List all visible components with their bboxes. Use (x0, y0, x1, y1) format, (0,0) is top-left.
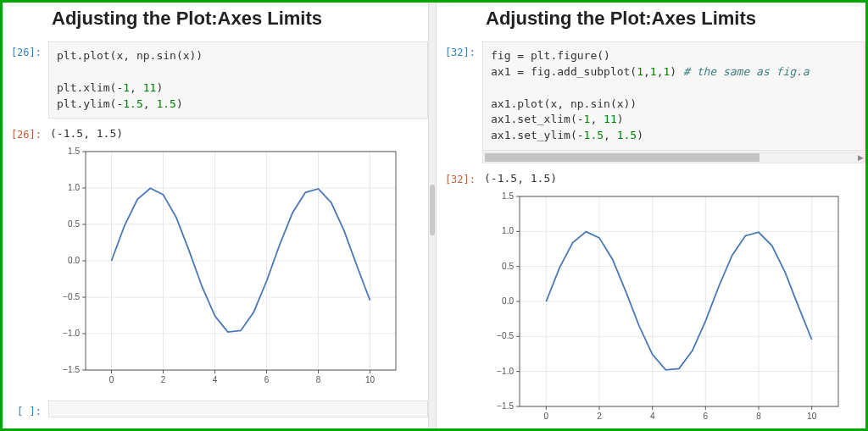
svg-text:−0.5: −0.5 (497, 331, 514, 340)
scroll-thumb[interactable] (485, 153, 760, 162)
svg-text:0.5: 0.5 (502, 262, 514, 271)
left-notebook-pane: Adjusting the Plot:Axes Limits [26]: plt… (3, 3, 428, 428)
right-code-body[interactable]: fig = plt.figure() ax1 = fig.add_subplot… (482, 41, 865, 151)
right-notebook-pane: Adjusting the Plot:Axes Limits [32]: fig… (437, 3, 865, 428)
right-output-cell: [32]: (-1.5, 1.5) 0246810−1.5−1.0−0.50.0… (437, 169, 865, 428)
split-divider[interactable] (428, 3, 437, 428)
left-code-body[interactable]: plt.plot(x, np.sin(x)) plt.xlim(-1, 11) … (48, 41, 428, 119)
svg-text:4: 4 (213, 375, 218, 384)
svg-text:−0.5: −0.5 (63, 292, 80, 301)
svg-text:0: 0 (544, 412, 549, 421)
scroll-right-icon[interactable]: ▶ (855, 152, 865, 163)
svg-text:2: 2 (597, 412, 602, 421)
right-code-prompt: [32]: (437, 41, 482, 58)
left-code-prompt: [26]: (3, 41, 48, 58)
svg-text:−1.5: −1.5 (497, 401, 514, 411)
svg-text:−1.0: −1.0 (63, 329, 80, 338)
svg-text:0.0: 0.0 (68, 256, 80, 265)
svg-text:1.0: 1.0 (68, 183, 80, 192)
svg-text:1.5: 1.5 (68, 146, 80, 156)
left-empty-cell[interactable]: [ ]: (3, 401, 428, 417)
svg-text:10: 10 (365, 375, 376, 384)
svg-text:−1.0: −1.0 (497, 367, 514, 376)
right-code-cell[interactable]: [32]: fig = plt.figure() ax1 = fig.add_s… (437, 41, 865, 163)
svg-text:1.0: 1.0 (502, 226, 514, 235)
svg-text:10: 10 (807, 412, 817, 421)
right-out-text: (-1.5, 1.5) (482, 169, 865, 188)
svg-text:6: 6 (264, 375, 270, 384)
svg-text:−1.5: −1.5 (63, 365, 80, 374)
left-out-prompt: [26]: (3, 124, 48, 141)
svg-text:1.5: 1.5 (502, 191, 514, 201)
left-out-text: (-1.5, 1.5) (48, 124, 428, 143)
left-empty-body[interactable] (48, 401, 428, 417)
svg-text:8: 8 (316, 375, 321, 384)
svg-text:8: 8 (756, 412, 761, 421)
svg-text:4: 4 (650, 412, 655, 421)
left-plot: 0246810−1.5−1.0−0.50.00.51.01.5 (48, 145, 428, 390)
left-heading: Adjusting the Plot:Axes Limits (52, 8, 428, 30)
svg-text:0: 0 (109, 375, 114, 384)
left-output-cell: [26]: (-1.5, 1.5) 0246810−1.5−1.0−0.50.0… (3, 124, 428, 395)
svg-text:0.5: 0.5 (68, 219, 80, 229)
right-plot: 0246810−1.5−1.0−0.50.00.51.01.5 (482, 190, 865, 427)
left-code-cell[interactable]: [26]: plt.plot(x, np.sin(x)) plt.xlim(-1… (3, 41, 428, 119)
svg-text:6: 6 (704, 412, 709, 421)
right-out-prompt: [32]: (437, 169, 482, 185)
svg-text:0.0: 0.0 (502, 296, 514, 306)
right-heading: Adjusting the Plot:Axes Limits (486, 8, 865, 30)
left-empty-prompt: [ ]: (3, 401, 48, 417)
svg-text:2: 2 (161, 375, 166, 384)
right-code-hscrollbar[interactable]: ◀ ▶ (482, 152, 865, 163)
